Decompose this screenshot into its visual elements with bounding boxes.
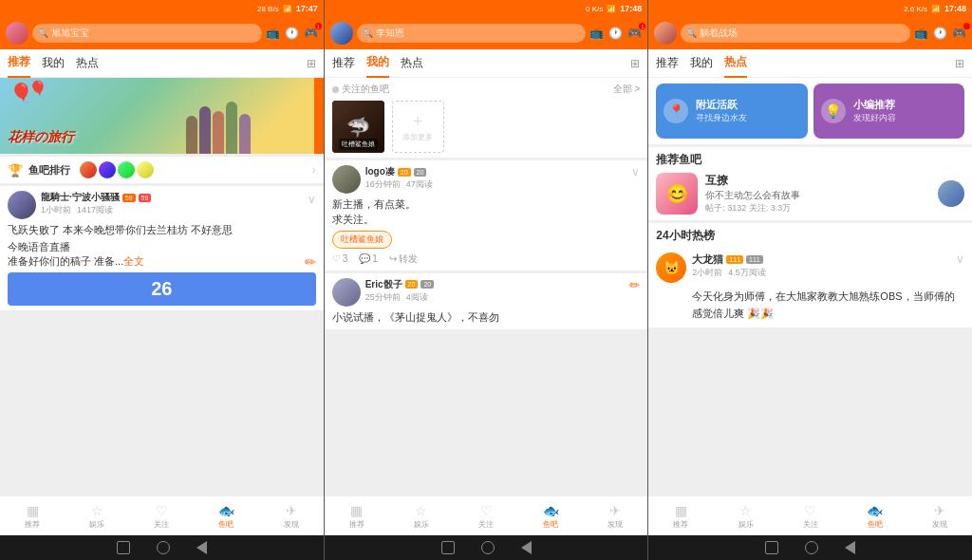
- bottom-discover-3[interactable]: ✈ 发现: [907, 496, 972, 535]
- home-btn-1[interactable]: [157, 541, 170, 554]
- following-add-btn-2[interactable]: + 添加更多: [392, 101, 444, 153]
- menu-btn-2[interactable]: [441, 541, 455, 554]
- hot-badge-3b: 111: [746, 255, 763, 264]
- tab-hot-1[interactable]: 热点: [76, 49, 99, 78]
- fish-tag-2a[interactable]: 吐槽鲨鱼娘: [332, 231, 392, 249]
- search-text-3: 躺着战场: [700, 27, 738, 40]
- hotspot-card-editor-3[interactable]: 💡 小编推荐 发现好内容: [813, 84, 964, 139]
- grid-icon-2[interactable]: ⊞: [630, 57, 640, 70]
- grid-icon-1[interactable]: ⊞: [307, 57, 316, 70]
- bottom-discover-2[interactable]: ✈ 发现: [583, 496, 647, 535]
- search-bar-3[interactable]: 🔍 躺着战场: [681, 24, 910, 43]
- bottom-fishbar-2[interactable]: 🐟 鱼吧: [518, 496, 583, 535]
- banner-1: 🎈 🎈 花样の旅行: [0, 78, 324, 154]
- fish-bar-more-3[interactable]: [938, 180, 964, 207]
- hot-time-3: 2小时前: [692, 267, 722, 279]
- hotspot-card-sub-3b: 发现好内容: [853, 112, 896, 124]
- bottom-nav-discover-1[interactable]: ✈ 发现: [259, 496, 324, 535]
- tab-recommend-1[interactable]: 推荐: [8, 49, 30, 78]
- bottom-recommend-2[interactable]: ▦ 推荐: [325, 496, 389, 535]
- clock-icon-1[interactable]: 🕐: [285, 27, 299, 40]
- bottom-recommend-3[interactable]: ▦ 推荐: [648, 496, 713, 535]
- bottom-nav-recommend-1[interactable]: ▦ 推荐: [0, 496, 65, 535]
- trophy-icon: 🏆: [8, 163, 23, 177]
- edit-icon-1[interactable]: ✏: [305, 254, 316, 270]
- tab-recommend-3[interactable]: 推荐: [656, 49, 679, 78]
- tab-hot-3[interactable]: 热点: [724, 49, 747, 78]
- tab-mine-3[interactable]: 我的: [690, 49, 713, 78]
- speed-indicator: 28 B/s: [257, 5, 279, 13]
- back-btn-2[interactable]: [521, 541, 532, 554]
- post-chevron-1[interactable]: ∨: [308, 193, 316, 206]
- home-btn-3[interactable]: [805, 541, 818, 554]
- hot-chevron-3[interactable]: ∨: [956, 252, 964, 266]
- clock-icon-3[interactable]: 🕐: [933, 27, 947, 40]
- hotspot-card-nearby-3[interactable]: 📍 附近活跃 寻找身边水友: [656, 84, 807, 139]
- phone-2: 0 K/s 📶 17:48 🔍 李知恩 📺 🕐 🎮 1: [325, 0, 649, 560]
- following-all-link-2[interactable]: 全部 >: [613, 83, 641, 96]
- signal-icon-2: 📶: [607, 5, 616, 13]
- following-section-2: 关注的鱼吧 全部 > 🦈 吐槽鲨鱼娘 + 添加更多: [325, 78, 648, 158]
- post-username-2b: Eric骰子: [365, 278, 402, 291]
- hot-rank-item-3: 🐱 大龙猫 111 111 2小时前 4.5万阅读: [648, 249, 972, 287]
- menu-btn-3[interactable]: [765, 541, 778, 554]
- bottom-entertainment-2[interactable]: ☆ 娱乐: [389, 496, 454, 535]
- bottom-follow-2[interactable]: ♡ 关注: [454, 496, 518, 535]
- hotspot-cards-3: 📍 附近活跃 寻找身边水友 💡 小编推荐 发现好内容: [648, 78, 972, 144]
- menu-btn-1[interactable]: [117, 541, 130, 554]
- fish-bar-avatar-3[interactable]: 😊: [656, 173, 698, 215]
- like-btn-2a[interactable]: ♡3: [332, 253, 348, 264]
- bottom-nav-fishbar-1[interactable]: 🐟 鱼吧: [194, 496, 258, 535]
- post-chevron-2a[interactable]: ∨: [631, 165, 640, 178]
- tv-icon-2[interactable]: 📺: [589, 27, 604, 40]
- share-btn-2a[interactable]: ↪转发: [389, 252, 418, 266]
- game-icon-1[interactable]: 🎮 1: [304, 27, 318, 40]
- nav-tabs-1: 推荐 我的 热点 ⊞: [0, 49, 324, 78]
- post-live-2: 准备好你们的稿子 准备...全文 ✏: [8, 254, 316, 269]
- tv-icon-1[interactable]: 📺: [266, 27, 280, 40]
- rank-section-1[interactable]: 🏆 鱼吧排行 ›: [0, 157, 324, 183]
- tab-recommend-2[interactable]: 推荐: [332, 49, 355, 78]
- hot-reads-3: 4.5万阅读: [728, 267, 766, 279]
- search-bar-2[interactable]: 🔍 李知恩: [357, 24, 587, 43]
- bottom-nav-follow-1[interactable]: ♡ 关注: [129, 496, 194, 535]
- badge-1: 1: [315, 23, 322, 29]
- grid-icon-3[interactable]: ⊞: [955, 57, 964, 70]
- game-icon-3[interactable]: 🎮: [952, 27, 966, 40]
- edit-icon-2b[interactable]: ✏: [629, 278, 640, 292]
- back-btn-3[interactable]: [845, 541, 855, 554]
- search-bar-1[interactable]: 🔍 旭旭宝宝: [32, 24, 262, 43]
- tab-mine-2[interactable]: 我的: [366, 49, 389, 78]
- content-2: 关注的鱼吧 全部 > 🦈 吐槽鲨鱼娘 + 添加更多: [325, 78, 648, 495]
- following-item-fish-2[interactable]: 🦈 吐槽鲨鱼娘: [332, 101, 384, 153]
- android-nav-2: [325, 535, 648, 560]
- tab-mine-1[interactable]: 我的: [42, 49, 65, 78]
- status-bar-2: 0 K/s 📶 17:48: [325, 0, 648, 17]
- post-actions-2a: ♡3 💬1 ↪转发: [332, 252, 641, 266]
- post-time-2a: 16分钟前: [365, 178, 401, 191]
- bottom-follow-3[interactable]: ♡ 关注: [778, 496, 843, 535]
- post-item-2b: Eric骰子 20 20 25分钟前 4阅读 ✏ 小说试播，《茅山捉鬼人》，不喜…: [325, 273, 648, 330]
- back-btn-1[interactable]: [196, 541, 207, 554]
- post-badge-2a: 20: [398, 168, 411, 177]
- bottom-fishbar-3[interactable]: 🐟 鱼吧: [843, 496, 907, 535]
- post-reads-1: 1417阅读: [77, 204, 113, 216]
- fish-bar-section-3: 推荐鱼吧 😊 互撩 你不主动怎么会有故事 帖子: 3132 关注: 3.3万: [648, 147, 972, 220]
- user-avatar-3[interactable]: [654, 22, 677, 45]
- user-avatar-2[interactable]: [330, 22, 353, 45]
- bottom-nav-entertainment-1[interactable]: ☆ 娱乐: [65, 496, 129, 535]
- home-btn-2[interactable]: [481, 541, 495, 554]
- clock-icon-2[interactable]: 🕐: [608, 27, 623, 40]
- bottom-nav-1: ▦ 推荐 ☆ 娱乐 ♡ 关注 🐟 鱼吧 ✈ 发现: [0, 495, 324, 535]
- user-avatar-1[interactable]: [6, 22, 28, 45]
- post-item-1: 龍騎士·宁波小骚骚 59 59 1小时前 1417阅读 ∨ 飞跃失败了 本来今晚…: [0, 186, 324, 310]
- comment-btn-2a[interactable]: 💬1: [359, 253, 378, 264]
- game-icon-2[interactable]: 🎮 1: [627, 27, 642, 40]
- tab-hot-2[interactable]: 热点: [401, 49, 423, 78]
- bottom-entertainment-3[interactable]: ☆ 娱乐: [713, 496, 777, 535]
- search-text-2: 李知恩: [376, 27, 404, 40]
- more-link-1[interactable]: 全文: [123, 255, 144, 267]
- tv-icon-3[interactable]: 📺: [914, 27, 928, 40]
- post-badge-2b: 20: [405, 280, 419, 289]
- balloon-icon-2: 🎈: [28, 80, 47, 98]
